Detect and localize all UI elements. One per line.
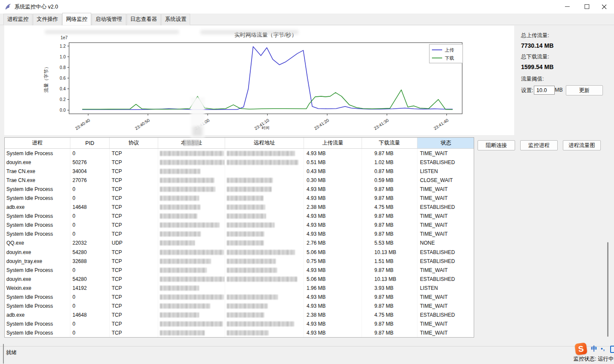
table-row[interactable]: Weixin.exe14192TCP1.96 MB3.93 MBLISTEN xyxy=(5,283,474,292)
protocol-value: TCP xyxy=(110,203,158,212)
col-header-download[interactable]: 下载流量 xyxy=(362,138,417,148)
protocol-value: TCP xyxy=(110,266,158,274)
redacted-remote-address xyxy=(227,196,264,201)
pid-value: 14648 xyxy=(70,311,110,320)
table-row[interactable]: douyin_tray.exe32688TCP0.75 MB1.51 MBEST… xyxy=(5,257,474,266)
redacted-remote-address xyxy=(227,160,298,165)
state-value: NONE xyxy=(417,239,474,248)
table-row[interactable]: System Idle Process0TCP4.93 MB9.87 MBTIM… xyxy=(5,221,474,230)
table-row[interactable]: QQ.exe22032UDP2.76 MB5.53 MBNONE xyxy=(5,239,474,248)
local-address-cell xyxy=(158,248,225,257)
tab-3[interactable]: 启动项管理 xyxy=(92,14,126,25)
legend-label: 上传 xyxy=(445,47,454,52)
threshold-input[interactable] xyxy=(534,86,555,95)
ime-punctuation-indicator[interactable]: •, xyxy=(601,345,605,352)
process-traffic-chart-button[interactable]: 进程流量图 xyxy=(563,140,601,150)
pid-value: 14192 xyxy=(70,283,110,292)
tab-2[interactable]: 网络监控 xyxy=(62,13,91,25)
col-header-pid[interactable]: PID xyxy=(70,138,110,148)
download-value: 1.02 MB xyxy=(362,158,417,167)
download-value: 4.75 MB xyxy=(362,311,417,320)
pid-value: 22032 xyxy=(70,239,110,248)
local-address-cell xyxy=(158,293,225,302)
table-row[interactable]: System Idle Process0TCP4.93 MB9.87 MBTIM… xyxy=(5,266,474,274)
blur-artifact xyxy=(45,30,179,34)
table-row[interactable]: System Idle Process0TCP4.93 MB9.87 MBTIM… xyxy=(5,302,474,311)
redacted-local-address xyxy=(160,222,220,228)
col-header-upload[interactable]: 上传流量 xyxy=(304,138,362,148)
table-row[interactable]: System Idle Process0TCP4.93 MB9.87 MBTIM… xyxy=(5,194,474,202)
tab-4[interactable]: 日志查看器 xyxy=(127,14,161,25)
download-value: 0.59 MB xyxy=(362,176,417,185)
remote-address-cell xyxy=(225,176,304,185)
redacted-local-address xyxy=(160,286,199,291)
table-row[interactable]: System Idle Process0TCP4.93 MB9.87 MBTIM… xyxy=(5,212,474,221)
upload-value: 0.43 MB xyxy=(304,167,362,176)
y-tick-label: 0.6 xyxy=(60,76,66,81)
x-tick-label: 23:40:50 xyxy=(134,118,151,131)
col-header-process[interactable]: 进程 xyxy=(5,138,70,148)
redacted-local-address xyxy=(160,250,224,255)
process-name: System Idle Process xyxy=(5,302,70,311)
table-row[interactable]: System Idle Process0TCP4.93 MB9.87 MBTIM… xyxy=(5,230,474,239)
table-body: System Idle Process0TCP4.93 MB9.87 MBTIM… xyxy=(5,149,474,338)
maximize-button[interactable] xyxy=(577,0,597,13)
remote-address-cell xyxy=(225,221,304,230)
col-header-protocol[interactable]: 协议 xyxy=(110,138,158,148)
process-name: Trae CN.exe xyxy=(5,176,70,185)
sogou-ime-icon[interactable]: S xyxy=(574,342,587,355)
block-connection-button[interactable]: 阻断连接 xyxy=(478,140,515,150)
table-row[interactable]: douyin.exe54280TCP5.06 MB10.13 MBESTABLI… xyxy=(5,248,474,257)
tab-5[interactable]: 系统设置 xyxy=(161,14,190,25)
window-title: 系统监控中心 v2.0 xyxy=(14,3,58,11)
monitor-process-button[interactable]: 监控进程 xyxy=(520,140,558,150)
process-name: System Idle Process xyxy=(5,266,70,274)
update-threshold-button[interactable]: 更新 xyxy=(566,85,603,95)
col-header-remote-address[interactable]: 远程地址 xyxy=(225,138,304,148)
remote-address-cell xyxy=(225,293,304,302)
table-row[interactable]: System Idle Process0TCP4.93 MB9.87 MBTIM… xyxy=(5,329,474,338)
monitor-status-text: 监控状态: 运行中 xyxy=(573,355,614,363)
col-header-state[interactable]: 状态 xyxy=(417,138,474,148)
vertical-scrollbar[interactable] xyxy=(607,242,608,337)
table-row[interactable]: douyin.exe50276TCP0.51 MB1.02 MBESTABLIS… xyxy=(5,158,474,167)
blur-artifact xyxy=(200,30,298,35)
table-row[interactable]: douyin.exe54280TCP5.06 MB10.13 MBESTABLI… xyxy=(5,274,474,283)
local-address-cell xyxy=(158,203,225,212)
protocol-value: TCP xyxy=(110,149,158,158)
pid-value: 0 xyxy=(70,293,110,302)
table-row[interactable]: System Idle Process0TCP4.93 MB9.87 MBTIM… xyxy=(5,293,474,302)
download-value: 10.13 MB xyxy=(362,248,417,257)
table-row[interactable]: System Idle Process0TCP4.93 MB9.87 MBTIM… xyxy=(5,149,474,158)
table-row[interactable]: Trae CN.exe27076TCP0.30 MB0.59 MBCLOSE_W… xyxy=(5,176,474,185)
local-address-cell xyxy=(158,266,225,274)
redacted-remote-address xyxy=(227,303,268,309)
table-row[interactable]: Trae CN.exe34004TCP0.43 MB0.87 MBLISTEN xyxy=(5,167,474,176)
upload-value: 4.93 MB xyxy=(304,149,362,158)
protocol-value: TCP xyxy=(110,230,158,239)
protocol-value: TCP xyxy=(110,257,158,266)
remote-address-cell xyxy=(225,167,304,176)
download-value: 9.87 MB xyxy=(362,149,417,158)
table-header: 进程 PID 协议 本地地址 远程地址 上传流量 下载流量 状态 xyxy=(5,138,474,149)
download-value: 0.87 MB xyxy=(362,167,417,176)
ime-keyboard-icon[interactable] xyxy=(610,346,614,353)
table-row[interactable]: adb.exe14648TCP2.38 MB4.75 MBESTABLISHED xyxy=(5,203,474,212)
download-value: 5.53 MB xyxy=(362,239,417,248)
tab-1[interactable]: 文件操作 xyxy=(33,14,62,25)
tab-0[interactable]: 进程监控 xyxy=(3,14,32,25)
redacted-remote-address xyxy=(227,214,266,219)
col-header-local-address[interactable]: 本地地址 xyxy=(158,138,225,148)
minimize-button[interactable] xyxy=(557,0,577,13)
pid-value: 0 xyxy=(70,320,110,329)
x-tick-label: 23:41:20 xyxy=(313,118,330,131)
close-button[interactable] xyxy=(594,0,614,13)
pid-value: 0 xyxy=(70,221,110,230)
table-row[interactable]: System Idle Process0TCP4.93 MB9.87 MBTIM… xyxy=(5,185,474,194)
ime-language-indicator[interactable]: 中 xyxy=(591,345,597,353)
upload-value: 2.76 MB xyxy=(304,239,362,248)
table-row[interactable]: adb.exe14648TCP2.38 MB4.75 MBESTABLISHED xyxy=(5,311,474,320)
legend-label: 下载 xyxy=(445,55,454,61)
table-row[interactable]: System Idle Process0TCP4.93 MB9.87 MBTIM… xyxy=(5,320,474,329)
state-value: TIME_WAIT xyxy=(417,293,474,302)
